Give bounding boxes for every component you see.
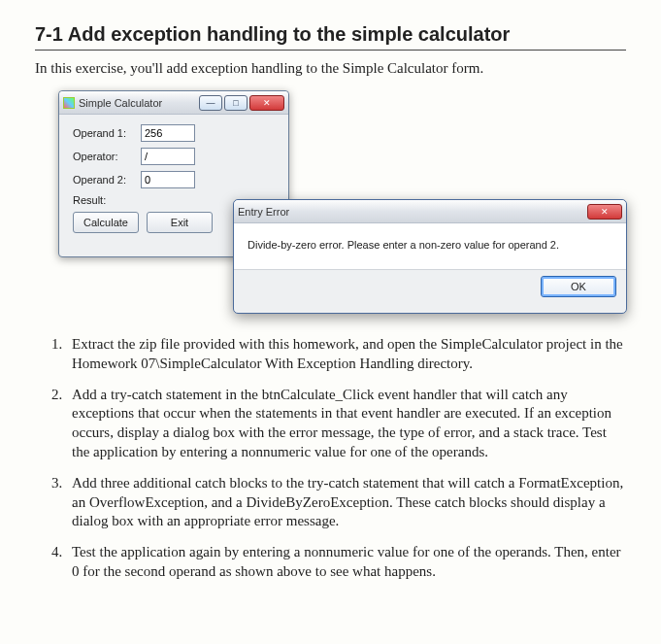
error-dialog: Entry Error ✕ Divide-by-zero error. Plea… (233, 199, 627, 314)
app-icon (63, 97, 75, 109)
list-item: Test the application again by entering a… (66, 543, 626, 582)
result-label: Result: (73, 194, 141, 206)
page-title: 7-1 Add exception handling to the simple… (35, 23, 626, 51)
calculator-titlebar: Simple Calculator — □ ✕ (59, 91, 288, 115)
screenshot-figure: Simple Calculator — □ ✕ Operand 1: Opera… (58, 90, 626, 322)
operand1-label: Operand 1: (73, 127, 141, 139)
maximize-button[interactable]: □ (224, 95, 248, 111)
close-button[interactable]: ✕ (249, 95, 284, 111)
operator-label: Operator: (73, 151, 141, 162)
list-item: Add a try-catch statement in the btnCalc… (66, 386, 626, 462)
error-titlebar: Entry Error ✕ (234, 200, 626, 223)
error-title: Entry Error (238, 206, 585, 218)
operand1-input[interactable] (141, 124, 195, 142)
list-item: Add three additional catch blocks to the… (66, 474, 626, 531)
calculate-button[interactable]: Calculate (73, 212, 139, 233)
intro-text: In this exercise, you'll add exception h… (35, 60, 626, 77)
minimize-button[interactable]: — (199, 95, 222, 111)
list-item: Extract the zip file provided with this … (66, 335, 626, 374)
ok-button[interactable]: OK (541, 276, 616, 297)
error-message: Divide-by-zero error. Please enter a non… (234, 223, 626, 270)
error-close-button[interactable]: ✕ (587, 204, 622, 220)
exit-button[interactable]: Exit (147, 212, 213, 233)
instruction-list: Extract the zip file provided with this … (43, 335, 626, 582)
operand2-label: Operand 2: (73, 174, 141, 186)
calculator-title: Simple Calculator (79, 97, 197, 109)
operand2-input[interactable] (141, 171, 195, 188)
operator-input[interactable] (141, 148, 195, 165)
